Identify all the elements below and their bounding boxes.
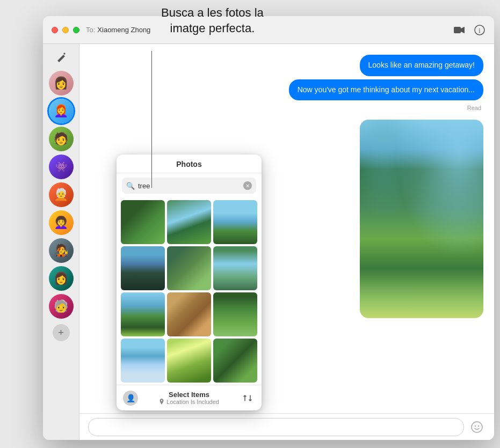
sidebar-item-avatar-2[interactable]: 👩‍🦰 (49, 99, 74, 123)
svg-text:i: i (479, 27, 481, 34)
list-item[interactable] (121, 246, 165, 290)
list-item[interactable] (167, 339, 211, 383)
emoji-button[interactable] (468, 418, 485, 436)
traffic-lights (52, 27, 79, 33)
minimize-button[interactable] (62, 27, 69, 33)
photos-footer: 👤 Select Items Location Is Included (117, 385, 262, 410)
attached-photo[interactable] (360, 120, 483, 318)
clear-search-button[interactable]: ✕ (243, 181, 252, 190)
sidebar-item-avatar-7[interactable]: 🧑‍🎤 (49, 238, 74, 263)
location-label: Location Is Included (138, 399, 240, 405)
sort-icon[interactable] (240, 391, 255, 406)
sidebar-item-avatar-3[interactable]: 🧑 (49, 127, 74, 151)
close-button[interactable] (52, 27, 58, 33)
list-item[interactable] (213, 246, 257, 290)
recipient-name: Xiaomeng Zhong (97, 26, 150, 34)
list-item[interactable] (167, 246, 211, 290)
titlebar-actions: i (453, 24, 485, 36)
svg-point-4 (472, 422, 482, 432)
main-content: 👩 👩‍🦰 🧑 👾 🧑‍🦳 👩‍🦱 🧑‍🎤 👩 🧓 + Looks like a… (43, 44, 494, 440)
info-icon[interactable]: i (474, 24, 485, 36)
table-row: Now you've got me thinking about my next… (90, 79, 483, 101)
add-conversation-button[interactable]: + (53, 324, 70, 341)
svg-point-6 (478, 425, 479, 426)
titlebar: To: Xiaomeng Zhong i (43, 16, 494, 44)
list-item[interactable] (167, 200, 211, 244)
sidebar-item-avatar-6[interactable]: 👩‍🦱 (49, 210, 74, 235)
chat-area: Looks like an amazing getaway! Now you'v… (79, 44, 494, 440)
compose-button[interactable] (53, 48, 70, 65)
table-row: Looks like an amazing getaway! (90, 55, 483, 76)
list-item[interactable] (213, 200, 257, 244)
message-bubble-1: Looks like an amazing getaway! (360, 55, 483, 76)
svg-marker-1 (461, 27, 465, 33)
message-input[interactable] (88, 418, 464, 436)
sidebar: 👩 👩‍🦰 🧑 👾 🧑‍🦳 👩‍🦱 🧑‍🎤 👩 🧓 + (43, 44, 79, 440)
photos-grid (117, 198, 262, 385)
footer-center: Select Items Location Is Included (138, 391, 240, 405)
list-item[interactable] (167, 292, 211, 336)
photos-panel-title: Photos (117, 155, 262, 173)
person-icon[interactable]: 👤 (123, 391, 138, 406)
list-item[interactable] (213, 339, 257, 383)
input-bar (79, 413, 494, 440)
photos-search-input[interactable] (138, 182, 240, 190)
photos-search-bar: 🔍 ✕ (117, 173, 262, 198)
search-icon: 🔍 (126, 182, 135, 190)
sidebar-item-avatar-8[interactable]: 👩 (49, 266, 74, 291)
maximize-button[interactable] (73, 27, 79, 33)
tooltip: Busca a les fotos la imatge perfecta. (161, 5, 264, 36)
messages-window: To: Xiaomeng Zhong i (43, 16, 494, 440)
read-receipt: Read (90, 105, 481, 111)
list-item[interactable] (121, 339, 165, 383)
sidebar-item-avatar-9[interactable]: 🧓 (49, 294, 74, 319)
sidebar-item-avatar-1[interactable]: 👩 (49, 71, 74, 96)
svg-rect-0 (454, 27, 461, 33)
select-items-label: Select Items (138, 391, 240, 399)
sidebar-item-avatar-5[interactable]: 🧑‍🦳 (49, 182, 74, 207)
list-item[interactable] (121, 292, 165, 336)
sidebar-item-avatar-4[interactable]: 👾 (49, 155, 74, 179)
svg-point-5 (475, 425, 476, 426)
message-bubble-2: Now you've got me thinking about my next… (289, 79, 483, 101)
photos-panel: Photos 🔍 ✕ (117, 155, 262, 410)
video-call-icon[interactable] (453, 24, 465, 36)
list-item[interactable] (121, 200, 165, 244)
list-item[interactable] (213, 292, 257, 336)
to-label: To: (86, 26, 95, 34)
search-field-wrap: 🔍 ✕ (122, 178, 256, 194)
tooltip-line (151, 51, 152, 188)
